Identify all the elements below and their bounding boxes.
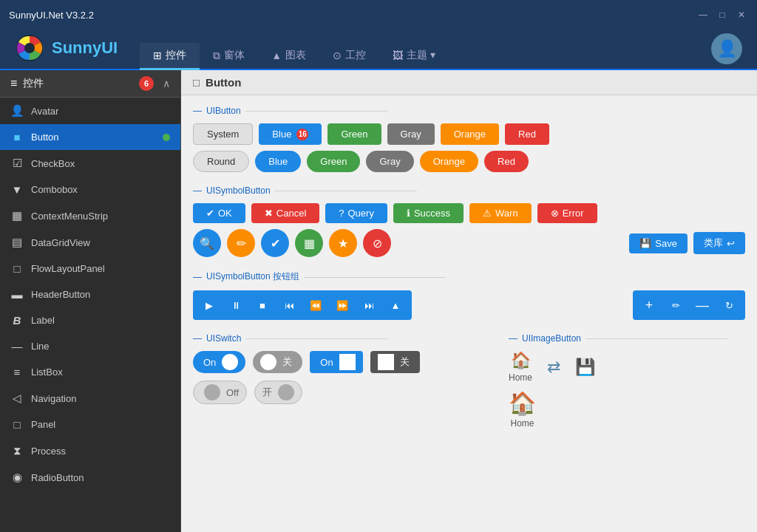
theme-icon: 🖼 bbox=[393, 50, 403, 61]
content-header-icon: □ bbox=[193, 76, 200, 89]
switch-kai[interactable]: 开 bbox=[254, 381, 302, 404]
btn-gray[interactable]: Gray bbox=[387, 123, 435, 145]
btn-round-gray[interactable]: Gray bbox=[366, 151, 413, 172]
switch-on-square[interactable]: On bbox=[310, 351, 362, 373]
sidebar-item-radiobutton[interactable]: ◉ RadioButton bbox=[0, 464, 180, 491]
sidebar-item-label[interactable]: B Label bbox=[0, 307, 180, 333]
uiswitch-title: UISwitch bbox=[193, 333, 494, 344]
btn-ok[interactable]: ✔ OK bbox=[193, 203, 245, 223]
btn-library[interactable]: 类库 ↩ bbox=[693, 232, 745, 254]
controls-label: 控件 bbox=[166, 49, 186, 62]
action-refresh[interactable]: ↻ bbox=[716, 293, 741, 318]
media-pause[interactable]: ⏸ bbox=[223, 293, 248, 318]
icon-btn-search[interactable]: 🔍 bbox=[193, 229, 221, 257]
uisymbol-group-title: UISymbolButton 按钮组 bbox=[193, 270, 745, 283]
btn-round-orange[interactable]: Orange bbox=[420, 151, 478, 172]
window-controls[interactable]: — □ ✕ bbox=[696, 8, 748, 21]
sidebar-item-contextmenu[interactable]: ▦ ContextMenuStrip bbox=[0, 202, 180, 229]
sidebar-item-panel-label: Panel bbox=[31, 419, 170, 430]
nav-tab-industrial[interactable]: ⊙ 工控 bbox=[319, 43, 379, 70]
media-play[interactable]: ▶ bbox=[197, 293, 222, 318]
uibutton-row1: System Blue 16 Green Gray Orange Red bbox=[193, 123, 745, 145]
avatar-area[interactable]: 👤 bbox=[711, 33, 742, 69]
img-btn-home-large[interactable]: 🏠 Home bbox=[509, 390, 536, 429]
btn-query[interactable]: ? Query bbox=[325, 203, 387, 223]
sidebar-item-navigation[interactable]: ◁ Navigation bbox=[0, 385, 180, 412]
process-nav-icon: ⧗ bbox=[10, 444, 24, 457]
icon-btn-edit[interactable]: ✏ bbox=[227, 229, 255, 257]
minimize-button[interactable]: — bbox=[696, 8, 710, 21]
switch-off-white[interactable]: Off bbox=[193, 381, 247, 404]
sidebar-item-combobox[interactable]: ▼ Combobox bbox=[0, 177, 180, 202]
btn-orange[interactable]: Orange bbox=[441, 123, 499, 145]
switch-off-square[interactable]: 关 bbox=[370, 351, 420, 373]
switch-off-round[interactable]: 关 bbox=[253, 351, 302, 373]
switch-off-white-knob bbox=[204, 384, 220, 400]
sidebar-item-flowlayout[interactable]: □ FlowLayoutPanel bbox=[0, 256, 180, 282]
sidebar-scroll[interactable]: 👤 Avatar ■ Button ☑ CheckBox ▼ Combobox … bbox=[0, 98, 180, 532]
sidebar-item-process[interactable]: ⧗ Process bbox=[0, 437, 180, 464]
uiswitch-section: UISwitch On 关 bbox=[193, 333, 494, 429]
sidebar-controls[interactable]: ∧ bbox=[163, 78, 170, 89]
btn-round-red[interactable]: Red bbox=[484, 151, 529, 172]
chart-icon: ▲ bbox=[271, 50, 282, 61]
icon-btn-check[interactable]: ✔ bbox=[261, 229, 289, 257]
btn-system[interactable]: System bbox=[193, 123, 253, 145]
img-btn-save[interactable]: 💾 bbox=[575, 358, 595, 377]
icon-btn-star[interactable]: ★ bbox=[329, 229, 357, 257]
btn-round-system[interactable]: Round bbox=[193, 151, 249, 172]
uisymbolbutton-label: UISymbolButton bbox=[206, 185, 271, 196]
btn-green[interactable]: Green bbox=[327, 123, 381, 145]
media-stop[interactable]: ■ bbox=[250, 293, 275, 318]
btn-round-green[interactable]: Green bbox=[307, 151, 360, 172]
sidebar-item-headerbutton-label: HeaderButton bbox=[31, 289, 170, 300]
btn-warn[interactable]: ⚠ Warn bbox=[469, 203, 532, 223]
sidebar-item-button[interactable]: ■ Button bbox=[0, 124, 180, 150]
avatar[interactable]: 👤 bbox=[711, 33, 742, 64]
ok-icon: ✔ bbox=[206, 208, 214, 219]
query-icon: ? bbox=[339, 208, 344, 219]
action-remove[interactable]: — bbox=[690, 293, 715, 318]
media-next[interactable]: ⏭ bbox=[356, 293, 381, 318]
combobox-nav-icon: ▼ bbox=[10, 183, 24, 196]
media-forward[interactable]: ⏩ bbox=[330, 293, 355, 318]
sidebar-item-line[interactable]: — Line bbox=[0, 333, 180, 359]
btn-red[interactable]: Red bbox=[505, 123, 549, 145]
sidebar-item-process-label: Process bbox=[31, 446, 170, 457]
img-btn-swap[interactable]: ⇄ bbox=[547, 358, 560, 377]
nav-tab-theme[interactable]: 🖼 主题 ▾ bbox=[379, 43, 449, 70]
media-prev[interactable]: ⏮ bbox=[276, 293, 302, 318]
img-btn-home[interactable]: 🏠 Home bbox=[509, 351, 532, 383]
sidebar-item-headerbutton[interactable]: ▬ HeaderButton bbox=[0, 282, 180, 307]
media-eject[interactable]: ▲ bbox=[383, 293, 408, 318]
svg-point-1 bbox=[24, 43, 35, 53]
sidebar-collapse-icon[interactable]: ∧ bbox=[163, 78, 170, 89]
action-add[interactable]: + bbox=[637, 293, 662, 318]
media-btn-group: ▶ ⏸ ■ ⏮ ⏪ ⏩ ⏭ ▲ bbox=[193, 290, 412, 320]
nav-tab-chart[interactable]: ▲ 图表 bbox=[258, 43, 319, 70]
action-edit[interactable]: ✏ bbox=[663, 293, 688, 318]
btn-cancel[interactable]: ✖ Cancel bbox=[251, 203, 319, 223]
icon-btn-grid[interactable]: ▦ bbox=[295, 229, 323, 257]
icon-btn-cancel2[interactable]: ⊘ bbox=[363, 229, 391, 257]
btn-error[interactable]: ⊗ Error bbox=[537, 203, 597, 223]
btn-round-blue[interactable]: Blue bbox=[255, 151, 301, 172]
btn-success[interactable]: ℹ Success bbox=[393, 203, 464, 223]
sidebar-item-panel[interactable]: □ Panel bbox=[0, 412, 180, 437]
restore-button[interactable]: □ bbox=[716, 8, 729, 21]
btn-blue[interactable]: Blue 16 bbox=[259, 123, 322, 145]
media-rewind[interactable]: ⏪ bbox=[303, 293, 328, 318]
window-label: 窗体 bbox=[224, 49, 245, 62]
switch-on-round[interactable]: On bbox=[193, 351, 245, 373]
sidebar-item-datagridview[interactable]: ▤ DataGridView bbox=[0, 229, 180, 256]
star-icon: ★ bbox=[338, 236, 348, 250]
close-button[interactable]: ✕ bbox=[735, 8, 748, 21]
btn-save[interactable]: 💾 Save bbox=[629, 233, 688, 253]
sidebar-item-listbox[interactable]: ≡ ListBox bbox=[0, 359, 180, 385]
nav-tab-window[interactable]: ⧉ 窗体 bbox=[200, 43, 258, 70]
avatar-nav-icon: 👤 bbox=[10, 104, 24, 117]
sidebar-item-checkbox[interactable]: ☑ CheckBox bbox=[0, 150, 180, 177]
switch-on-square-knob bbox=[339, 354, 356, 370]
sidebar-item-avatar[interactable]: 👤 Avatar bbox=[0, 98, 180, 124]
nav-tab-controls[interactable]: ⊞ 控件 bbox=[140, 43, 200, 70]
